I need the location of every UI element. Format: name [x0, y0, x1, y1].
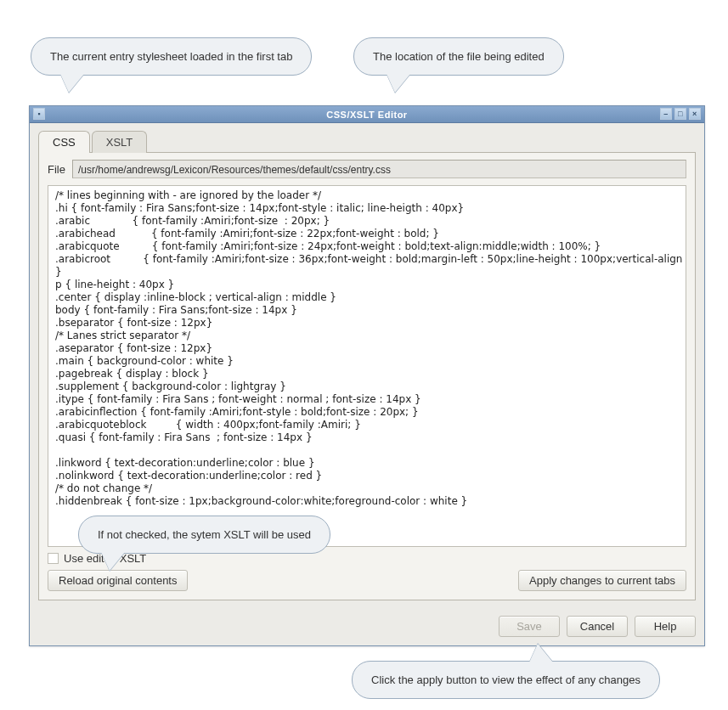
tab-css[interactable]: CSS [38, 131, 90, 153]
reload-button[interactable]: Reload original contents [48, 570, 188, 591]
tab-bar: CSS XSLT [38, 130, 696, 152]
window-title: CSS/XSLT Editor [326, 110, 407, 120]
minimize-icon[interactable]: – [660, 108, 672, 120]
button-label: Help [654, 620, 677, 633]
button-label: Apply changes to current tabs [529, 574, 675, 587]
button-label: Save [516, 620, 542, 633]
css-editor-textarea[interactable]: /* lines beginning with - are ignored by… [48, 185, 686, 547]
use-edited-xslt-checkbox[interactable] [48, 553, 59, 564]
tab-label: CSS [53, 136, 76, 149]
window-menu-icon[interactable]: ▪ [33, 108, 45, 120]
cancel-button[interactable]: Cancel [567, 616, 628, 637]
close-icon[interactable]: × [689, 108, 701, 120]
maximize-icon[interactable]: □ [674, 108, 686, 120]
callout-text: Click the apply button to view the effec… [371, 673, 641, 686]
titlebar[interactable]: ▪ CSS/XSLT Editor – □ × [30, 106, 704, 123]
callout-stylesheet: The current entry stylesheet loaded in t… [31, 37, 312, 76]
save-button: Save [499, 616, 560, 637]
help-button[interactable]: Help [635, 616, 696, 637]
callout-apply: Click the apply button to view the effec… [352, 661, 660, 699]
file-label: File [48, 163, 65, 176]
callout-xslt-checkbox: If not checked, the sytem XSLT will be u… [78, 516, 330, 554]
callout-text: The location of the file being edited [373, 50, 545, 63]
use-edited-xslt-row[interactable]: Use edited XSLT [48, 552, 686, 565]
callout-text: If not checked, the sytem XSLT will be u… [98, 528, 311, 541]
callout-text: The current entry stylesheet loaded in t… [50, 50, 292, 63]
dialog-footer: Save Cancel Help [30, 609, 704, 645]
file-path-field[interactable]: /usr/home/andrewsg/Lexicon/Resources/the… [72, 160, 686, 178]
tab-label: XSLT [106, 136, 133, 149]
tab-xslt[interactable]: XSLT [92, 131, 148, 153]
button-label: Cancel [580, 620, 614, 633]
button-label: Reload original contents [59, 574, 177, 587]
callout-file-location: The location of the file being edited [353, 37, 564, 76]
editor-window: ▪ CSS/XSLT Editor – □ × CSS XSLT File /u… [29, 105, 705, 646]
apply-button[interactable]: Apply changes to current tabs [518, 570, 686, 591]
